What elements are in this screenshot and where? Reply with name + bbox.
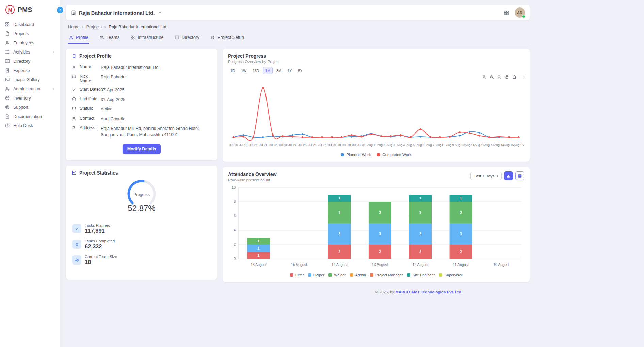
status-value: Active — [101, 106, 212, 112]
sidebar-item-inventory[interactable]: Inventory — [0, 93, 60, 103]
svg-text:Jul 30: Jul 30 — [348, 143, 356, 147]
activities-icon — [5, 49, 10, 55]
tab-project-setup[interactable]: Project Setup — [210, 32, 245, 44]
legend-item[interactable]: Admin — [350, 273, 366, 277]
sidebar-item-dashboard[interactable]: Dashboard — [0, 20, 60, 29]
tab-directory[interactable]: Directory — [174, 32, 200, 44]
svg-text:12 August: 12 August — [412, 262, 428, 267]
breadcrumb-home[interactable]: Home — [68, 25, 79, 29]
sidebar-item-directory[interactable]: Directory — [0, 57, 60, 66]
stat-tasks-completed: Tasks Completed 62,332 — [72, 239, 212, 250]
reset-home-icon[interactable] — [512, 75, 517, 80]
sidebar-item-employees[interactable]: Employees — [0, 38, 60, 47]
card-title: Project Profile — [79, 53, 112, 59]
help-desk-icon — [5, 123, 10, 128]
main-area: Raja Bahadur International Ltd. AD Home … — [61, 0, 644, 347]
card-subtitle: Progress Overview by Project — [228, 60, 524, 64]
breadcrumb-projects[interactable]: Projects — [86, 25, 102, 29]
app-logo: M PMS — [0, 0, 60, 18]
legend-item[interactable]: Welder — [328, 273, 346, 277]
legend-item[interactable]: Site Engineer — [407, 273, 435, 277]
svg-text:Aug 11: Aug 11 — [465, 143, 474, 147]
bar-view-button[interactable] — [504, 171, 513, 180]
selection-zoom-icon[interactable] — [497, 75, 502, 80]
svg-text:2: 2 — [460, 250, 462, 254]
sidebar-item-help-desk[interactable]: Help Desk — [0, 121, 60, 130]
legend-item[interactable]: Completed Work — [377, 153, 411, 157]
building-icon — [71, 10, 76, 15]
svg-text:Jul 24: Jul 24 — [288, 143, 296, 147]
svg-text:1: 1 — [460, 196, 462, 200]
legend-swatch — [290, 273, 293, 277]
documentation-icon — [5, 114, 10, 119]
svg-text:Jul 23: Jul 23 — [278, 143, 287, 147]
sidebar-item-activities[interactable]: Activities — [0, 47, 60, 57]
legend-item[interactable]: Fitter — [290, 273, 304, 277]
svg-text:Aug 7: Aug 7 — [426, 143, 434, 147]
app-name: PMS — [18, 6, 32, 14]
zoom-in-icon[interactable] — [482, 75, 487, 80]
svg-text:2: 2 — [338, 250, 340, 254]
legend-item[interactable]: Project Manager — [370, 273, 403, 277]
table-view-button[interactable] — [515, 171, 524, 180]
svg-text:Aug 9: Aug 9 — [446, 143, 454, 147]
administration-icon — [5, 86, 10, 91]
pan-icon[interactable] — [504, 75, 509, 80]
select-caret-icon: ▾ — [497, 174, 498, 178]
svg-text:1: 1 — [419, 196, 421, 200]
zoom-out-icon[interactable] — [489, 75, 494, 80]
progress-chart[interactable]: Jul 18Jul 19Jul 20Jul 21Jul 22Jul 23Jul … — [228, 80, 524, 150]
sidebar-item-projects[interactable]: Projects — [0, 29, 60, 38]
directory-icon — [5, 59, 10, 64]
sidebar-item-image-gallery[interactable]: Image Gallery — [0, 75, 60, 84]
support-icon — [5, 105, 10, 110]
legend-item[interactable]: Planned Work — [341, 153, 371, 157]
svg-text:1: 1 — [258, 253, 260, 257]
range-3m[interactable]: 3M — [274, 67, 284, 74]
attendance-chart-legend: FitterHelperWelderAdminProject ManagerSi… — [228, 273, 524, 277]
range-1y[interactable]: 1Y — [285, 67, 294, 74]
stat-list: Tasks Planned 117,891 Tasks Completed 62… — [72, 223, 212, 266]
legend-item[interactable]: Helper — [308, 273, 324, 277]
svg-text:3: 3 — [460, 232, 462, 236]
sidebar-item-documentation[interactable]: Documentation — [0, 112, 60, 121]
tab-profile[interactable]: Profile — [68, 32, 89, 44]
svg-text:Aug 16: Aug 16 — [514, 143, 524, 147]
modify-details-button[interactable]: Modify Details — [123, 144, 161, 154]
svg-text:Progress: Progress — [133, 192, 150, 197]
breadcrumb-current: Raja Bahadur International Ltd. — [109, 25, 167, 29]
svg-text:Aug 14: Aug 14 — [494, 143, 504, 147]
attendance-chart[interactable]: 024681011116 August15 August233114 Augus… — [228, 186, 524, 271]
tab-infrastructure[interactable]: Infrastructure — [130, 32, 164, 44]
sidebar-item-administration[interactable]: Administration — [0, 84, 60, 93]
expense-icon — [5, 68, 10, 73]
sidebar-item-support[interactable]: Support — [0, 103, 60, 112]
apps-grid-button[interactable] — [503, 10, 509, 16]
chart-line-icon — [71, 170, 77, 175]
user-avatar[interactable]: AD — [515, 7, 525, 18]
top-header: Raja Bahadur International Ltd. AD — [66, 5, 530, 20]
chart-menu-icon[interactable] — [519, 75, 524, 80]
range-1d[interactable]: 1D — [228, 67, 237, 74]
date-range-select[interactable]: Last 7 Days ▾ — [470, 172, 502, 180]
range-1m[interactable]: 1M — [263, 67, 273, 74]
sidebar-collapse-button[interactable] — [57, 7, 63, 13]
svg-text:4: 4 — [234, 229, 236, 232]
company-name: Raja Bahadur International Ltd. — [79, 10, 155, 16]
range-1w[interactable]: 1W — [239, 67, 249, 74]
projects-icon — [5, 31, 10, 36]
svg-text:Jul 21: Jul 21 — [259, 143, 267, 147]
legend-swatch — [328, 273, 332, 277]
company-selector[interactable]: Raja Bahadur International Ltd. — [71, 10, 162, 16]
range-15d[interactable]: 15D — [250, 67, 261, 74]
shield-icon — [71, 106, 76, 111]
svg-text:16 August: 16 August — [251, 262, 267, 267]
sidebar-item-expense[interactable]: Expense — [0, 66, 60, 75]
range-5y[interactable]: 5Y — [295, 67, 305, 74]
footer-company-link[interactable]: MARCO AIoT Technologies Pvt. Ltd. — [395, 290, 462, 294]
table-icon — [517, 174, 522, 178]
legend-item[interactable]: Supervisor — [439, 273, 463, 277]
svg-text:2: 2 — [419, 250, 421, 254]
inventory-icon — [5, 95, 10, 101]
tab-teams[interactable]: Teams — [99, 32, 120, 44]
